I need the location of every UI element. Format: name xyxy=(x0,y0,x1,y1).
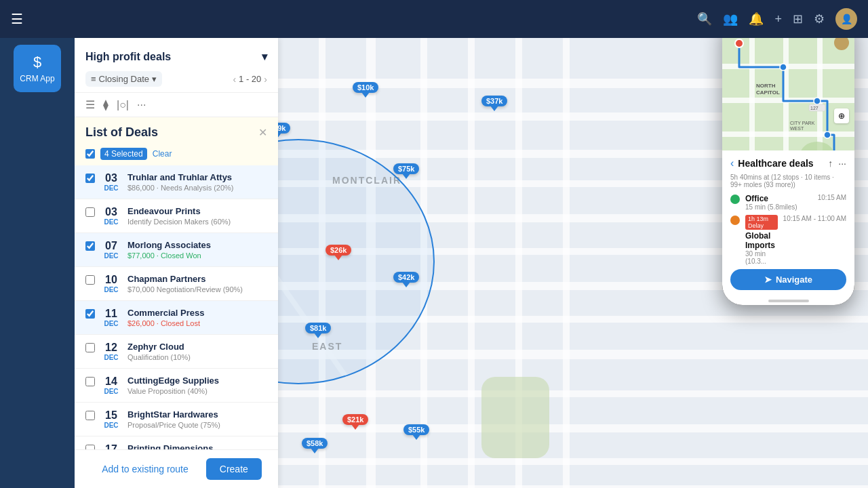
phone-back-button[interactable]: ‹ xyxy=(730,157,734,169)
deal-info: Chapman Partners $70,000 Negotiation/Rev… xyxy=(127,274,267,293)
add-to-route-button[interactable]: Add to existing route xyxy=(91,458,199,480)
deals-button[interactable]: $ CRM App xyxy=(14,45,61,92)
apps-icon[interactable]: ⊞ xyxy=(793,12,803,26)
deal-checkbox[interactable] xyxy=(85,174,95,183)
deal-name: Morlong Associates xyxy=(127,240,267,250)
panel-footer: Add to existing route Create xyxy=(75,449,278,488)
map-pin[interactable]: $10k xyxy=(353,82,378,98)
sort-icon: ≡ xyxy=(91,74,96,84)
close-list-button[interactable]: ✕ xyxy=(258,126,267,139)
deal-checkbox[interactable] xyxy=(85,411,95,420)
deal-item[interactable]: 14 DEC CuttingEdge Supplies Value Propos… xyxy=(75,369,278,403)
deal-item[interactable]: 15 DEC BrightStar Hardwares Proposal/Pri… xyxy=(75,403,278,436)
deal-item[interactable]: 03 DEC Truhlar and Truhlar Attys $86,000… xyxy=(75,165,278,199)
deal-checkbox[interactable] xyxy=(85,275,95,285)
map-pin[interactable]: $21k xyxy=(342,414,368,430)
add-icon[interactable]: + xyxy=(774,12,782,26)
deal-checkbox[interactable] xyxy=(85,241,95,251)
data-icon[interactable]: |○| xyxy=(117,99,129,111)
deal-month: DEC xyxy=(102,320,121,327)
deal-date: 14 DEC xyxy=(102,375,121,395)
pin-arrow xyxy=(361,92,370,98)
deal-info: Morlong Associates $77,000 · Closed Won xyxy=(127,240,267,260)
navigate-label: Navigate xyxy=(776,274,812,285)
map-pin[interactable]: $37k xyxy=(481,96,507,111)
filter-toolbar: ☰ ⧫ |○| ··· xyxy=(75,93,278,117)
filter-icon[interactable]: ⧫ xyxy=(103,98,108,111)
more-icon[interactable]: ··· xyxy=(838,158,846,169)
map-pin[interactable]: $81k xyxy=(305,323,331,338)
map-pin[interactable]: $42k xyxy=(393,272,419,287)
deal-name: Endeavour Prints xyxy=(127,206,267,216)
deal-item[interactable]: 17 DEC Printing Dimensions $25,000 · Pro… xyxy=(75,436,278,449)
share-icon[interactable]: ↑ xyxy=(828,158,833,169)
deal-date: 10 DEC xyxy=(102,274,121,293)
office-stop-time: 10:15 AM xyxy=(818,194,846,201)
deal-info: Zephyr Cloud Qualification (10%) xyxy=(127,342,267,361)
list-header: List of Deals ✕ xyxy=(75,117,278,145)
deals-dropdown[interactable]: High profit deals ▾ xyxy=(85,47,267,66)
contacts-icon[interactable]: 👥 xyxy=(723,12,738,26)
deal-checkbox[interactable] xyxy=(85,309,95,319)
avatar[interactable]: 👤 xyxy=(835,8,857,30)
pin-arrow xyxy=(490,106,498,111)
map-pin[interactable]: $58k xyxy=(302,438,328,453)
deal-day: 12 xyxy=(102,342,121,354)
global-stop-name: Global Imports xyxy=(745,231,778,250)
svg-rect-22 xyxy=(468,38,475,488)
deal-day: 14 xyxy=(102,375,121,388)
pin-label: $81k xyxy=(305,323,331,333)
phone-home-indicator xyxy=(722,297,854,305)
prev-page-icon[interactable]: ‹ xyxy=(233,74,236,85)
deal-date: 11 DEC xyxy=(102,308,121,327)
map-pin[interactable]: $75k xyxy=(393,163,419,179)
deal-item[interactable]: 12 DEC Zephyr Cloud Qualification (10%) xyxy=(75,335,278,369)
filter-controls: ≡ Closing Date ▾ ‹ 1 - 20 › xyxy=(85,71,267,87)
deal-checkbox[interactable] xyxy=(85,343,95,352)
deal-detail: Proposal/Price Quote (75%) xyxy=(127,421,267,429)
deal-item[interactable]: 03 DEC Endeavour Prints Identify Decisio… xyxy=(75,199,278,233)
navigate-button[interactable]: ➤ Navigate xyxy=(730,269,846,290)
settings-icon[interactable]: ⚙ xyxy=(814,12,825,26)
list-view-icon[interactable]: ☰ xyxy=(85,98,95,111)
pin-arrow xyxy=(311,448,319,453)
phone-home-bar xyxy=(768,300,809,302)
pin-arrow xyxy=(314,333,322,338)
svg-text:WEST: WEST xyxy=(790,126,804,131)
map-pin[interactable]: $55k xyxy=(403,424,429,440)
pin-label: $42k xyxy=(393,272,419,283)
pagination: ‹ 1 - 20 › xyxy=(233,74,267,85)
deal-day: 03 xyxy=(102,206,121,218)
select-all-checkbox[interactable] xyxy=(85,149,95,159)
deal-item[interactable]: 07 DEC Morlong Associates $77,000 · Clos… xyxy=(75,233,278,267)
deal-date: 12 DEC xyxy=(102,342,121,361)
search-icon[interactable]: 🔍 xyxy=(697,12,712,26)
deal-item[interactable]: 10 DEC Chapman Partners $70,000 Negotiat… xyxy=(75,267,278,301)
more-options-icon[interactable]: ··· xyxy=(137,99,146,111)
deal-detail: Qualification (10%) xyxy=(127,353,267,361)
deal-item[interactable]: 11 DEC Commercial Press $26,000 · Closed… xyxy=(75,301,278,335)
phone-map[interactable]: NORTH CAPITOL CITY PARK WEST 127 CHEESMA… xyxy=(722,30,854,150)
notifications-icon[interactable]: 🔔 xyxy=(749,12,764,26)
clear-selection-link[interactable]: Clear xyxy=(153,149,172,159)
pin-label: $26k xyxy=(326,245,351,256)
phone-locate-icon[interactable]: ⊕ xyxy=(834,108,849,123)
sort-date-select[interactable]: ≡ Closing Date ▾ xyxy=(85,71,162,87)
deal-checkbox[interactable] xyxy=(85,445,95,449)
map-pin[interactable]: $26k xyxy=(326,245,351,260)
deals-label: CRM App xyxy=(20,74,54,83)
global-stop-distance: 30 min (10.3... xyxy=(745,250,778,265)
create-button[interactable]: Create xyxy=(206,458,262,480)
next-page-icon[interactable]: › xyxy=(264,74,267,85)
deal-detail: Identify Decision Makers (60%) xyxy=(127,218,267,226)
office-stop-text: Office 15 min (5.8miles) xyxy=(745,194,812,211)
office-stop-icon xyxy=(730,195,740,204)
pin-label: $75k xyxy=(393,163,419,174)
deal-checkbox[interactable] xyxy=(85,207,95,217)
deal-checkbox[interactable] xyxy=(85,377,95,386)
deal-day: 15 xyxy=(102,409,121,422)
phone-route-title: Healthcare deals xyxy=(738,158,824,169)
hamburger-icon[interactable]: ☰ xyxy=(11,11,23,27)
pin-label: $21k xyxy=(342,414,368,425)
deal-day: 10 xyxy=(102,274,121,286)
